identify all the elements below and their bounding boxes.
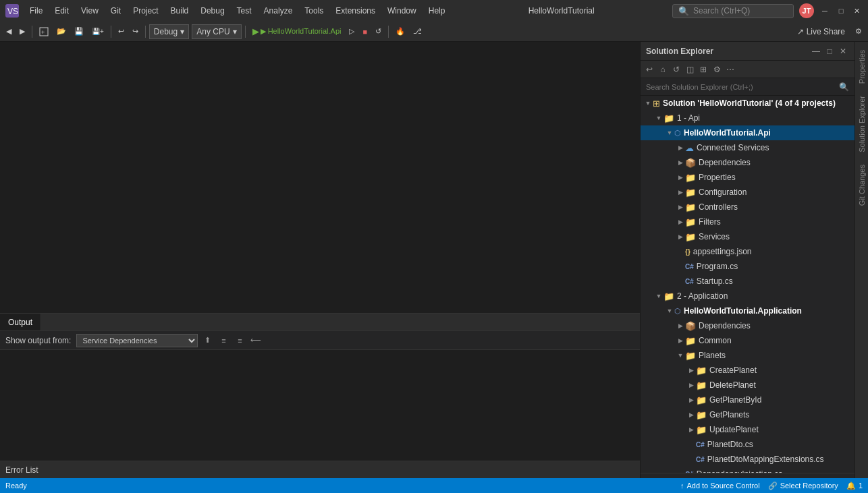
se-tb-btn5[interactable]: ⊞ xyxy=(697,63,709,76)
menu-test[interactable]: Test xyxy=(232,5,257,17)
tree-planets[interactable]: ▼ 📁 Planets xyxy=(641,348,855,363)
se-tb-btn3[interactable]: ↺ xyxy=(670,63,682,76)
run-button[interactable]: ▶ ▶ HelloWorldTutorial.Api xyxy=(249,24,345,39)
se-tb-btn4[interactable]: ◫ xyxy=(684,63,696,76)
tree-services[interactable]: ▶ 📁 Services xyxy=(641,229,855,244)
save-all-button[interactable]: 💾+ xyxy=(88,24,107,39)
menu-view[interactable]: View xyxy=(76,5,104,17)
tree-deps2[interactable]: ▶ 📦 Dependencies xyxy=(641,318,855,333)
close-button[interactable]: ✕ xyxy=(852,5,863,16)
tree-connected[interactable]: ▶ ☁ Connected Services xyxy=(641,140,855,155)
title-search-box[interactable]: 🔍 Search (Ctrl+Q) xyxy=(672,4,794,18)
tree-folder-app[interactable]: ▼ 📁 2 - Application xyxy=(641,289,855,303)
tree-program[interactable]: ▶ C# Program.cs xyxy=(641,259,855,274)
minimize-button[interactable]: ─ xyxy=(819,5,830,16)
undo-button[interactable]: ↩ xyxy=(115,24,128,39)
toolbar-settings-button[interactable]: ⚙ xyxy=(852,24,865,39)
tree-solution[interactable]: ▼ ⊞ Solution 'HelloWorldTutorial' (4 of … xyxy=(641,96,855,111)
tree-proj-api[interactable]: ▼ ⬡ HelloWorldTutorial.Api xyxy=(641,125,855,140)
se-search-input[interactable] xyxy=(646,83,839,91)
right-tab-properties[interactable]: Properties xyxy=(857,45,867,89)
tree-proj-app[interactable]: ▼ ⬡ HelloWorldTutorial.Application xyxy=(641,303,855,318)
platform-dropdown[interactable]: Any CPU ▾ xyxy=(192,24,241,39)
debug-config-dropdown[interactable]: Debug ▾ xyxy=(149,24,189,39)
right-tab-solution-explorer[interactable]: Solution Explorer xyxy=(857,90,867,158)
mapping-label: PlanetDtoMappingExtensions.cs xyxy=(707,455,824,464)
forward-button[interactable]: ▶ xyxy=(16,24,28,39)
tree-controllers[interactable]: ▶ 📁 Controllers xyxy=(641,200,855,214)
se-float-button[interactable]: □ xyxy=(823,45,836,57)
menu-debug[interactable]: Debug xyxy=(195,5,229,17)
folder-api-icon: 📁 xyxy=(663,113,674,123)
tree-updateplanet[interactable]: ▶ 📁 UpdatePlanet xyxy=(641,422,855,437)
right-tab-git-changes[interactable]: Git Changes xyxy=(857,159,867,211)
live-share-button[interactable]: ↗ Live Share xyxy=(792,26,850,38)
add-to-source-control-button[interactable]: ↑ Add to Source Control xyxy=(680,482,760,490)
tree-props[interactable]: ▶ 📁 Properties xyxy=(641,170,855,185)
menu-tools[interactable]: Tools xyxy=(299,5,329,17)
tab-output[interactable]: Output xyxy=(0,314,41,330)
tree-common[interactable]: ▶ 📁 Common xyxy=(641,333,855,348)
props-icon: 📁 xyxy=(685,173,696,183)
tree-startup[interactable]: ▶ C# Startup.cs xyxy=(641,274,855,289)
config-label: Configuration xyxy=(699,187,747,197)
se-close-button[interactable]: ✕ xyxy=(837,45,849,57)
restart-button[interactable]: ↺ xyxy=(372,24,385,39)
se-search-icon: 🔍 xyxy=(839,82,849,92)
services-icon: 📁 xyxy=(685,232,696,242)
output-clear-button[interactable]: ⬆ xyxy=(200,334,214,347)
output-align-button[interactable]: ≡ xyxy=(217,334,230,347)
source-control-icon: ↑ xyxy=(680,482,684,490)
tree-getplanetbyid[interactable]: ▶ 📁 GetPlanetById xyxy=(641,393,855,407)
menu-project[interactable]: Project xyxy=(128,5,163,17)
tree-di[interactable]: ▶ C# DependencyInjection.cs xyxy=(641,467,855,473)
output-source-select[interactable]: Service Dependencies xyxy=(76,334,198,347)
menu-window[interactable]: Window xyxy=(382,5,422,17)
notification-count: 1 xyxy=(859,482,863,490)
menu-bar: File Edit View Git Project Build Debug T… xyxy=(24,5,450,17)
se-header-buttons: — □ ✕ xyxy=(810,45,849,57)
git-button[interactable]: ⎇ xyxy=(410,24,425,39)
tree-mapping[interactable]: ▶ C# PlanetDtoMappingExtensions.cs xyxy=(641,452,855,467)
new-project-button[interactable]: + xyxy=(36,24,52,39)
update-icon: 📁 xyxy=(696,425,707,435)
se-tb-btn6[interactable]: ⚙ xyxy=(711,63,723,76)
run-without-debug-button[interactable]: ▷ xyxy=(346,24,358,39)
redo-button[interactable]: ↪ xyxy=(129,24,142,39)
tree-filters[interactable]: ▶ 📁 Filters xyxy=(641,214,855,229)
output-tabs: Output xyxy=(0,314,640,331)
tree-deps1[interactable]: ▶ 📦 Dependencies xyxy=(641,155,855,170)
se-expand-button[interactable]: — xyxy=(810,45,822,57)
menu-help[interactable]: Help xyxy=(423,5,451,17)
tree-planetdto[interactable]: ▶ C# PlanetDto.cs xyxy=(641,437,855,452)
stop-button[interactable]: ■ xyxy=(359,24,371,39)
menu-git[interactable]: Git xyxy=(105,5,126,17)
back-button[interactable]: ◀ xyxy=(3,24,15,39)
tree-folder-api[interactable]: ▼ 📁 1 - Api xyxy=(641,111,855,125)
user-avatar[interactable]: JT xyxy=(799,3,814,18)
common-arrow: ▶ xyxy=(676,336,685,345)
menu-extensions[interactable]: Extensions xyxy=(330,5,381,17)
tree-config[interactable]: ▶ 📁 Configuration xyxy=(641,185,855,200)
menu-analyze[interactable]: Analyze xyxy=(259,5,298,17)
se-tb-btn7[interactable]: ⋯ xyxy=(724,63,736,76)
tree-appsettings[interactable]: ▶ {} appsettings.json xyxy=(641,244,855,259)
output-wrap-button[interactable]: ⟵ xyxy=(249,334,263,347)
menu-file[interactable]: File xyxy=(24,5,48,17)
output-panel: Output Show output from: Service Depende… xyxy=(0,313,640,478)
diagnostics-button[interactable]: 🔥 xyxy=(392,24,408,39)
tree-deleteplanet[interactable]: ▶ 📁 DeletePlanet xyxy=(641,378,855,393)
se-tb-btn2[interactable]: ⌂ xyxy=(657,63,669,76)
maximize-button[interactable]: □ xyxy=(836,5,846,16)
select-repository-button[interactable]: 🔗 Select Repository xyxy=(768,482,838,490)
output-align2-button[interactable]: ≡ xyxy=(233,334,246,347)
tree-getplanets[interactable]: ▶ 📁 GetPlanets xyxy=(641,407,855,422)
save-button[interactable]: 💾 xyxy=(71,24,87,39)
menu-build[interactable]: Build xyxy=(165,5,194,17)
open-button[interactable]: 📂 xyxy=(53,24,70,39)
solution-arrow: ▼ xyxy=(643,98,653,108)
tree-createplanet[interactable]: ▶ 📁 CreatePlanet xyxy=(641,363,855,378)
menu-edit[interactable]: Edit xyxy=(49,5,74,17)
se-tb-btn1[interactable]: ↩ xyxy=(643,63,655,76)
notification-button[interactable]: 🔔 1 xyxy=(846,482,863,490)
